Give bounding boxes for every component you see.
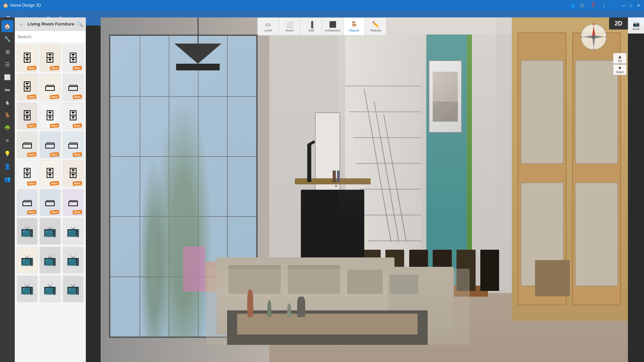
furniture-item-1[interactable]: 🗄New bbox=[17, 45, 38, 72]
furniture-item-8[interactable]: 🗄New bbox=[40, 103, 60, 129]
tab-textures[interactable]: ✏️ Textures bbox=[365, 18, 386, 35]
furniture-item-16[interactable]: 🗃New bbox=[17, 189, 38, 216]
architecture-icon: ⬛ bbox=[329, 21, 336, 28]
sidebar-icon-group[interactable]: 👥 bbox=[1, 173, 13, 185]
close-button[interactable]: ✕ bbox=[635, 2, 641, 8]
new-badge-2: New bbox=[50, 66, 59, 70]
tab-architecture[interactable]: ⬛ Architecture bbox=[322, 18, 343, 35]
rug bbox=[206, 269, 470, 345]
new-badge-15: New bbox=[73, 181, 82, 186]
minimize-button[interactable]: — bbox=[621, 2, 627, 8]
furniture-item-12[interactable]: 🗃New bbox=[63, 131, 84, 158]
sidebar-icon-lines[interactable]: ≡ bbox=[1, 135, 13, 147]
aerial-icon: 📷 bbox=[633, 21, 640, 27]
furniture-item-21[interactable]: 📺 bbox=[63, 218, 84, 245]
viewport[interactable] bbox=[101, 17, 628, 362]
up-label: Up bbox=[618, 59, 622, 62]
new-badge-17: New bbox=[50, 210, 59, 215]
furniture-item-4[interactable]: 🗄New bbox=[17, 74, 38, 101]
room-icon: ⬜ bbox=[286, 21, 293, 28]
desk-lamp bbox=[307, 144, 311, 182]
furniture-item-9[interactable]: 🗄New bbox=[63, 103, 84, 129]
furniture-preview-21: 📺 bbox=[63, 218, 83, 244]
furniture-item-11[interactable]: 🗃New bbox=[40, 131, 60, 158]
more-icon[interactable]: ⋮ bbox=[599, 1, 608, 10]
furniture-item-18[interactable]: 🗃New bbox=[63, 189, 84, 216]
sidebar-icon-tools[interactable]: 🔧 bbox=[1, 33, 13, 45]
aerial-label: Aerial bbox=[633, 27, 639, 31]
sidebar-icon-chair[interactable]: 🪑 bbox=[1, 109, 13, 121]
textures-icon: ✏️ bbox=[372, 21, 379, 28]
up-button[interactable]: ▲ Up bbox=[613, 53, 627, 64]
furniture-item-13[interactable]: 🗄New bbox=[17, 160, 38, 187]
furniture-item-26[interactable]: 📺 bbox=[40, 276, 60, 302]
level-label: Level bbox=[265, 29, 272, 32]
svg-text:W: W bbox=[580, 35, 583, 39]
users-icon[interactable]: 👥 bbox=[567, 1, 576, 10]
furniture-item-27[interactable]: 📺 bbox=[63, 276, 84, 302]
back-button[interactable]: ← bbox=[17, 20, 25, 28]
top-right-icons: 👥 🛒 ❓ ⋮ 👤 — □ ✕ bbox=[564, 0, 644, 11]
search-input[interactable] bbox=[17, 34, 83, 39]
furniture-item-17[interactable]: 🗃New bbox=[40, 189, 60, 216]
furniture-item-19[interactable]: 📺 bbox=[17, 218, 38, 245]
sidebar-icon-house[interactable]: 🏠 bbox=[1, 20, 13, 32]
new-badge-3: New bbox=[73, 66, 82, 70]
furniture-item-15[interactable]: 🗄New bbox=[63, 160, 84, 187]
svg-text:S: S bbox=[593, 47, 595, 50]
furniture-item-14[interactable]: 🗄New bbox=[40, 160, 60, 187]
furniture-item-6[interactable]: 🗃New bbox=[63, 74, 84, 101]
cart-icon[interactable]: 🛒 bbox=[578, 1, 587, 10]
room-label: Room bbox=[285, 29, 293, 32]
new-badge-12: New bbox=[73, 152, 82, 157]
sidebar-icon-bed[interactable]: 🛏 bbox=[1, 84, 13, 96]
sidebar-icon-layers[interactable]: ☰ bbox=[1, 58, 13, 70]
sidebar-icon-grid[interactable]: ⊞ bbox=[1, 46, 13, 58]
furniture-item-22[interactable]: 📺 bbox=[17, 247, 38, 274]
svg-text:E: E bbox=[605, 35, 607, 39]
new-badge-13: New bbox=[27, 181, 36, 186]
furniture-preview-27: 📺 bbox=[63, 276, 83, 302]
furniture-item-23[interactable]: 📺 bbox=[40, 247, 60, 274]
new-badge-5: New bbox=[50, 95, 59, 99]
furniture-preview-24: 📺 bbox=[63, 247, 83, 273]
hanging-lamp bbox=[174, 17, 221, 70]
furniture-preview-23: 📺 bbox=[40, 247, 60, 273]
tab-objects[interactable]: 🪑 Objects bbox=[343, 18, 365, 35]
sidebar-icon-tree[interactable]: 🌳 bbox=[1, 122, 13, 134]
tab-wall[interactable]: ▐ Wall bbox=[301, 18, 322, 35]
help-icon[interactable]: ❓ bbox=[588, 1, 598, 10]
down-arrow-icon: ▼ bbox=[618, 66, 622, 70]
down-button[interactable]: ▼ Down bbox=[613, 64, 627, 75]
new-badge-9: New bbox=[73, 123, 82, 128]
right-toolbar: 📷 Aerial bbox=[628, 17, 644, 34]
furniture-preview-25: 📺 bbox=[17, 276, 37, 302]
furniture-item-3[interactable]: 🗄New bbox=[63, 45, 84, 72]
app-icon: 🏠 bbox=[3, 3, 8, 8]
title-bar-left: 🏠 Home Design 3D bbox=[3, 3, 41, 8]
mode-tabs: ▭ Level ⬜ Room ▐ Wall ⬛ Architecture 🪑 O… bbox=[257, 17, 387, 36]
new-badge-6: New bbox=[73, 95, 82, 99]
furniture-item-24[interactable]: 📺 bbox=[63, 247, 84, 274]
wall-icon: ▐ bbox=[309, 21, 313, 28]
sidebar-icon-lamp[interactable]: 💡 bbox=[1, 147, 13, 160]
tab-room[interactable]: ⬜ Room bbox=[279, 18, 301, 35]
sidebar-icon-person[interactable]: 👤 bbox=[1, 160, 13, 172]
sidebar-icon-box[interactable]: ⬜ bbox=[1, 71, 13, 83]
search-icon[interactable]: 🔍 bbox=[77, 21, 83, 27]
furniture-item-10[interactable]: 🗃New bbox=[17, 131, 38, 158]
furniture-item-2[interactable]: 🗄New bbox=[40, 45, 60, 72]
furniture-item-7[interactable]: 🗄New bbox=[17, 103, 38, 129]
svg-text:N: N bbox=[593, 23, 595, 26]
furniture-item-5[interactable]: 🗃New bbox=[40, 74, 60, 101]
furniture-preview-20: 📺 bbox=[40, 218, 60, 244]
tab-level[interactable]: ▭ Level bbox=[258, 18, 279, 35]
maximize-button[interactable]: □ bbox=[628, 2, 634, 8]
btn-2d[interactable]: 2D bbox=[609, 17, 628, 29]
aerial-button[interactable]: 📷 Aerial bbox=[630, 19, 643, 32]
user-icon[interactable]: 👤 bbox=[610, 1, 619, 10]
sidebar-icon-horse[interactable]: ♞ bbox=[1, 97, 13, 109]
furniture-item-20[interactable]: 📺 bbox=[40, 218, 60, 245]
furniture-item-25[interactable]: 📺 bbox=[17, 276, 38, 302]
right-cabinets bbox=[512, 17, 628, 321]
